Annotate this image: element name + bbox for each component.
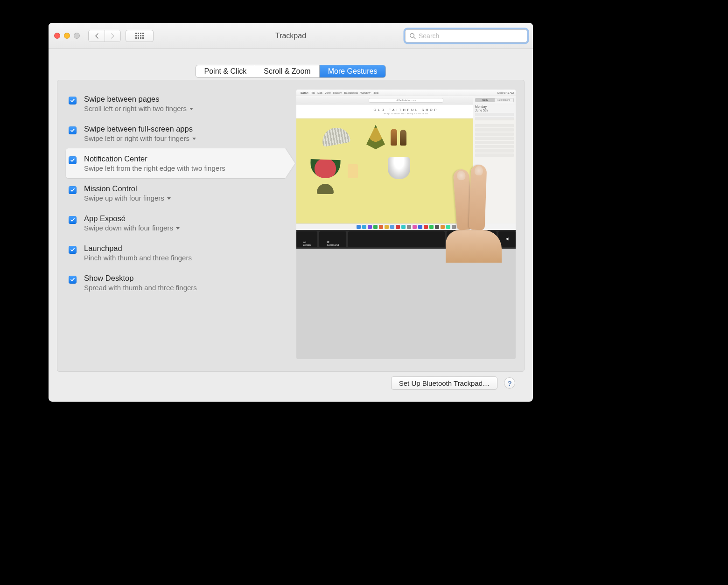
- gesture-app-expose[interactable]: App Exposé Swipe down with four fingers: [66, 208, 285, 238]
- checkbox[interactable]: [69, 276, 77, 284]
- gesture-mission-control[interactable]: Mission Control Swipe up with four finge…: [66, 178, 285, 208]
- chevron-right-icon: [111, 33, 115, 39]
- checkbox[interactable]: [69, 156, 77, 164]
- gesture-subtitle-dropdown[interactable]: Swipe up with four fingers: [84, 194, 171, 202]
- gesture-title: App Exposé: [84, 214, 180, 223]
- zoom-window-button[interactable]: [74, 33, 80, 39]
- gesture-notification-center[interactable]: Notification Center Swipe left from the …: [66, 148, 285, 178]
- gesture-show-desktop[interactable]: Show Desktop Spread with thumb and three…: [66, 268, 285, 298]
- gesture-subtitle: Spread with thumb and three fingers: [84, 284, 197, 292]
- gesture-subtitle: Swipe left from the right edge with two …: [84, 164, 225, 172]
- gesture-title: Mission Control: [84, 184, 171, 193]
- window-title: Trackpad: [275, 32, 306, 40]
- help-button[interactable]: ?: [504, 377, 515, 389]
- minimize-window-button[interactable]: [64, 33, 70, 39]
- chevron-down-icon: [176, 227, 180, 230]
- tab-point-click[interactable]: Point & Click: [196, 65, 256, 77]
- panel: Swipe between pages Scroll left or right…: [57, 80, 525, 372]
- gesture-launchpad[interactable]: Launchpad Pinch with thumb and three fin…: [66, 238, 285, 268]
- back-button[interactable]: [89, 30, 105, 42]
- window-controls: [54, 33, 80, 39]
- nav-buttons: [88, 30, 121, 42]
- preview-hand: [441, 160, 506, 253]
- checkbox[interactable]: [69, 216, 77, 224]
- preview-menubar: Safari File Edit View History Bookmarks …: [296, 90, 516, 96]
- checkbox[interactable]: [69, 97, 77, 104]
- checkbox[interactable]: [69, 126, 77, 134]
- preferences-window: Trackpad Point & Click Scroll & Zoom Mor…: [49, 23, 533, 402]
- gesture-swipe-pages[interactable]: Swipe between pages Scroll left or right…: [66, 89, 285, 118]
- grid-icon: [135, 33, 144, 39]
- chevron-left-icon: [95, 33, 99, 39]
- gesture-subtitle-dropdown[interactable]: Swipe left or right with four fingers: [84, 134, 196, 142]
- gesture-list: Swipe between pages Scroll left or right…: [66, 89, 285, 359]
- gesture-swipe-fullscreen[interactable]: Swipe between full-screen apps Swipe lef…: [66, 118, 285, 148]
- gesture-subtitle: Pinch with thumb and three fingers: [84, 254, 192, 262]
- body: Point & Click Scroll & Zoom More Gesture…: [49, 49, 533, 402]
- tab-scroll-zoom[interactable]: Scroll & Zoom: [255, 65, 319, 77]
- gesture-title: Launchpad: [84, 244, 192, 253]
- search-input[interactable]: [419, 32, 523, 40]
- chevron-down-icon: [189, 108, 193, 110]
- svg-line-1: [413, 37, 415, 39]
- forward-button[interactable]: [105, 30, 120, 42]
- checkbox[interactable]: [69, 246, 77, 254]
- tab-more-gestures[interactable]: More Gestures: [320, 65, 386, 77]
- chevron-down-icon: [192, 138, 196, 140]
- preview-address-bar: oldfaithfulshop.com: [369, 98, 443, 103]
- gesture-title: Notification Center: [84, 154, 225, 163]
- footer: Set Up Bluetooth Trackpad… ?: [57, 372, 525, 396]
- chevron-down-icon: [167, 197, 171, 200]
- gesture-title: Swipe between full-screen apps: [84, 125, 196, 133]
- checkbox[interactable]: [69, 186, 77, 194]
- search-field[interactable]: [405, 29, 527, 42]
- gesture-title: Show Desktop: [84, 274, 197, 283]
- tab-bar: Point & Click Scroll & Zoom More Gesture…: [57, 65, 525, 78]
- gesture-subtitle-dropdown[interactable]: Swipe down with four fingers: [84, 224, 180, 232]
- search-icon: [409, 33, 416, 39]
- close-window-button[interactable]: [54, 33, 60, 39]
- setup-bluetooth-button[interactable]: Set Up Bluetooth Trackpad…: [391, 376, 497, 390]
- gesture-title: Swipe between pages: [84, 95, 193, 104]
- show-all-button[interactable]: [126, 30, 154, 42]
- gesture-subtitle-dropdown[interactable]: Scroll left or right with two fingers: [84, 104, 193, 112]
- gesture-preview: Safari File Edit View History Bookmarks …: [296, 90, 516, 359]
- toolbar: Trackpad: [49, 23, 533, 49]
